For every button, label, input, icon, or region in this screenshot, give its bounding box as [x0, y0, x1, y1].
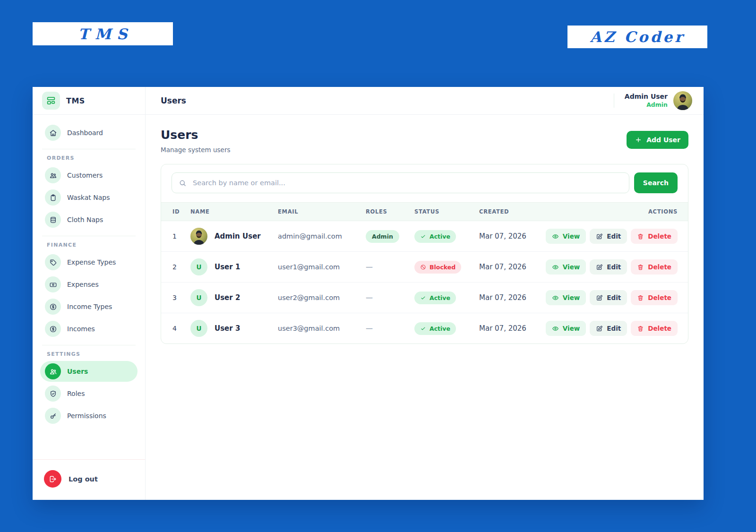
status-label: Active [430, 233, 450, 240]
edit-button-label: Edit [607, 325, 621, 332]
tms-logo-badge [42, 92, 60, 110]
view-button[interactable]: View [546, 259, 586, 275]
home-icon [49, 129, 57, 137]
delete-button-label: Delete [648, 294, 671, 301]
sidebar-item-icon-circle [45, 363, 61, 379]
cell-actions: ViewEditDelete [576, 313, 688, 344]
column-header-email: EMAIL [278, 203, 366, 221]
check-icon [420, 326, 426, 332]
status-label: Active [430, 325, 450, 332]
column-header-status: STATUS [414, 203, 479, 221]
sidebar-item-label: Incomes [67, 325, 95, 333]
sidebar-section-divider [42, 149, 136, 149]
view-button-label: View [563, 325, 580, 332]
add-user-label: Add User [646, 136, 680, 144]
app-window: TMS DashboardORDERSCustomersWaskat NapsC… [33, 87, 704, 500]
edit-icon [596, 233, 603, 240]
sidebar-section-divider [42, 236, 136, 236]
user-initial-avatar: U [190, 289, 207, 306]
sidebar-footer: Log out [33, 459, 145, 500]
tag-icon [49, 258, 57, 266]
dollar-circle-icon [49, 325, 57, 333]
cell-email: user3@gmail.com [278, 313, 366, 344]
cell-id: 2 [161, 252, 190, 283]
sidebar-item-waskat-naps[interactable]: Waskat Naps [40, 187, 137, 208]
status-badge: Active [414, 230, 456, 243]
sidebar-item-incomes[interactable]: Incomes [40, 318, 137, 339]
column-header-id: ID [161, 203, 190, 221]
edit-icon [596, 264, 603, 271]
edit-icon [596, 294, 603, 301]
eye-icon [552, 264, 559, 271]
name-cell: UUser 3 [190, 320, 278, 337]
logout-button[interactable]: Log out [40, 469, 137, 489]
sidebar-item-permissions[interactable]: Permissions [40, 405, 137, 426]
sidebar-item-income-types[interactable]: Income Types [40, 296, 137, 317]
sidebar-item-users[interactable]: Users [40, 361, 137, 382]
delete-button[interactable]: Delete [631, 321, 678, 336]
eye-icon [552, 294, 559, 301]
empty-role-dash: — [366, 324, 373, 333]
topbar-user-block[interactable]: Admin User Admin [614, 91, 692, 110]
cell-actions: ViewEditDelete [576, 252, 688, 283]
user-name-text: Admin User [215, 232, 261, 240]
edit-button[interactable]: Edit [590, 259, 627, 275]
cell-id: 3 [161, 283, 190, 313]
sidebar-item-icon-circle [45, 321, 61, 337]
sidebar-item-dashboard[interactable]: Dashboard [40, 122, 137, 143]
sidebar-item-cloth-naps[interactable]: Cloth Naps [40, 209, 137, 230]
view-button[interactable]: View [546, 290, 586, 305]
sidebar-item-label: Income Types [67, 303, 112, 310]
delete-button[interactable]: Delete [631, 229, 678, 244]
column-header-created: CREATED [479, 203, 576, 221]
table-header-row: IDNAMEEMAILROLESSTATUSCREATEDACTIONS [161, 203, 688, 221]
brand-tms-text: TMS [73, 26, 133, 43]
user-avatar [190, 228, 207, 245]
search-button[interactable]: Search [634, 172, 678, 193]
add-user-button[interactable]: Add User [627, 131, 688, 149]
cell-status: Active [414, 221, 479, 252]
avatar[interactable] [673, 91, 692, 110]
cell-email: user2@gmail.com [278, 283, 366, 313]
sidebar-item-label: Cloth Naps [67, 216, 103, 223]
search-input[interactable] [192, 179, 622, 187]
edit-button-label: Edit [607, 232, 621, 240]
main-area: Users Admin User Admin Users Manage syst… [146, 87, 704, 500]
column-header-roles: ROLES [366, 203, 414, 221]
table-head: IDNAMEEMAILROLESSTATUSCREATEDACTIONS [161, 203, 688, 221]
cell-email: admin@gmail.com [278, 221, 366, 252]
page-title: Users [161, 128, 231, 142]
delete-button-label: Delete [648, 325, 671, 332]
cell-roles: Admin [366, 221, 414, 252]
user-name: Admin User [625, 92, 668, 101]
delete-button-label: Delete [648, 263, 671, 271]
sidebar-section-label: FINANCE [47, 242, 137, 248]
sidebar-item-label: Roles [67, 390, 85, 397]
page-heading-group: Users Manage system users [161, 128, 231, 154]
sidebar-item-expense-types[interactable]: Expense Types [40, 252, 137, 273]
page-subtitle: Manage system users [161, 146, 231, 154]
role-badge: Admin [366, 230, 399, 243]
search-row: Search [161, 164, 688, 202]
sidebar-item-roles[interactable]: Roles [40, 383, 137, 404]
view-button-label: View [563, 232, 580, 240]
delete-button[interactable]: Delete [631, 290, 678, 305]
key-icon [49, 412, 57, 420]
sidebar-item-expenses[interactable]: Expenses [40, 274, 137, 295]
status-badge: Blocked [414, 261, 461, 274]
sidebar-item-customers[interactable]: Customers [40, 165, 137, 186]
edit-button[interactable]: Edit [590, 290, 627, 305]
edit-button[interactable]: Edit [590, 321, 627, 336]
edit-button[interactable]: Edit [590, 229, 627, 244]
sidebar-item-icon-circle [45, 254, 61, 270]
user-email-text: user2@gmail.com [278, 294, 340, 301]
logout-icon [44, 470, 61, 488]
created-date-text: Mar 07, 2026 [479, 293, 526, 302]
view-button[interactable]: View [546, 229, 586, 244]
dollar-circle-icon [49, 303, 57, 311]
cell-email: user1@gmail.com [278, 252, 366, 283]
view-button[interactable]: View [546, 321, 586, 336]
delete-button[interactable]: Delete [631, 259, 678, 275]
shield-check-icon [49, 390, 57, 398]
blocked-icon [420, 264, 426, 270]
